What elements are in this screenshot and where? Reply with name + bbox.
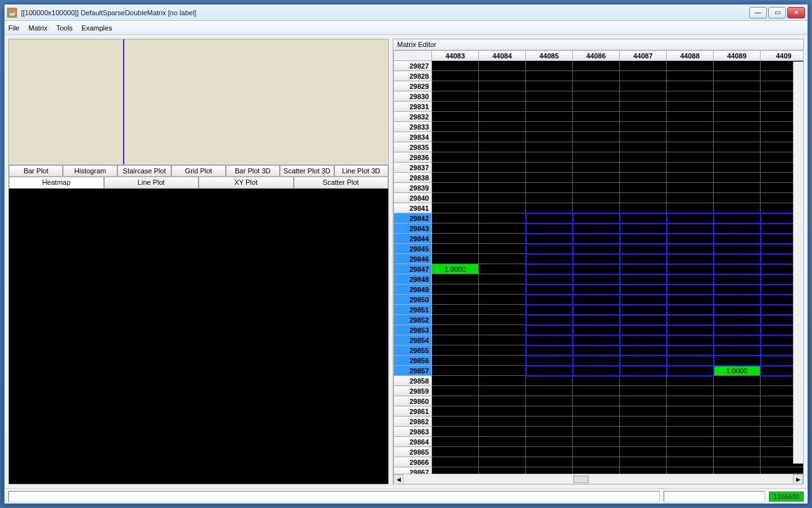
matrix-cell[interactable] <box>573 315 620 325</box>
matrix-cell[interactable] <box>620 183 667 193</box>
matrix-cell[interactable] <box>432 325 479 335</box>
matrix-cell[interactable] <box>526 366 573 376</box>
row-header[interactable]: 29854 <box>394 335 432 345</box>
matrix-cell[interactable] <box>432 224 479 234</box>
matrix-cell[interactable] <box>526 193 573 203</box>
matrix-cell[interactable] <box>526 213 573 224</box>
matrix-cell[interactable] <box>432 335 479 345</box>
matrix-cell[interactable] <box>573 406 620 417</box>
matrix-cell[interactable] <box>479 386 526 396</box>
matrix-cell[interactable] <box>479 315 526 325</box>
matrix-cell[interactable] <box>432 447 479 457</box>
matrix-cell[interactable] <box>479 396 526 406</box>
matrix-cell[interactable] <box>714 295 761 305</box>
matrix-cell[interactable] <box>573 427 620 437</box>
matrix-cell[interactable] <box>432 102 479 112</box>
matrix-cell[interactable] <box>526 427 573 437</box>
matrix-cell[interactable] <box>620 467 667 474</box>
row-header[interactable]: 29849 <box>394 284 432 295</box>
matrix-cell[interactable] <box>526 376 573 386</box>
matrix-cell[interactable] <box>573 325 620 335</box>
row-header[interactable]: 29847 <box>394 264 432 274</box>
row-header[interactable]: 29850 <box>394 295 432 305</box>
matrix-cell[interactable] <box>573 244 620 254</box>
matrix-cell[interactable] <box>620 224 667 234</box>
matrix-cell[interactable] <box>526 203 573 213</box>
matrix-cell[interactable] <box>432 274 479 284</box>
row-header[interactable]: 29863 <box>394 427 432 437</box>
minimize-button[interactable]: — <box>749 7 767 18</box>
matrix-cell[interactable] <box>620 244 667 254</box>
matrix-cell[interactable] <box>714 356 761 366</box>
matrix-cell[interactable] <box>479 213 526 224</box>
matrix-cell[interactable] <box>432 386 479 396</box>
matrix-cell[interactable] <box>573 81 620 91</box>
matrix-cell[interactable] <box>479 81 526 91</box>
matrix-cell[interactable] <box>620 284 667 295</box>
row-header[interactable]: 29866 <box>394 457 432 467</box>
matrix-cell[interactable] <box>526 254 573 264</box>
matrix-cell[interactable] <box>620 417 667 427</box>
scroll-left-arrow[interactable]: ◀ <box>393 474 403 484</box>
matrix-cell[interactable] <box>620 122 667 132</box>
matrix-cell[interactable] <box>526 132 573 142</box>
matrix-cell[interactable] <box>620 396 667 406</box>
horizontal-scrollbar[interactable]: ◀ ▶ <box>393 474 803 484</box>
matrix-cell[interactable] <box>432 457 479 467</box>
matrix-cell[interactable] <box>620 335 667 345</box>
row-header[interactable]: 29838 <box>394 173 432 183</box>
matrix-cell[interactable] <box>667 264 714 274</box>
matrix-cell[interactable] <box>620 193 667 203</box>
matrix-cell[interactable] <box>526 102 573 112</box>
matrix-cell[interactable] <box>573 254 620 264</box>
matrix-cell[interactable] <box>573 274 620 284</box>
matrix-cell[interactable] <box>667 366 714 376</box>
matrix-cell[interactable] <box>479 132 526 142</box>
matrix-cell[interactable] <box>714 417 761 427</box>
matrix-cell[interactable] <box>667 437 714 447</box>
matrix-cell[interactable] <box>526 152 573 163</box>
matrix-cell[interactable] <box>526 437 573 447</box>
matrix-cell[interactable] <box>479 356 526 366</box>
matrix-cell[interactable] <box>432 71 479 81</box>
matrix-cell[interactable] <box>479 406 526 417</box>
matrix-cell[interactable] <box>432 356 479 366</box>
matrix-cell[interactable] <box>714 345 761 356</box>
matrix-cell[interactable] <box>479 142 526 152</box>
matrix-cell[interactable] <box>526 264 573 274</box>
matrix-cell[interactable] <box>667 234 714 244</box>
matrix-cell[interactable] <box>714 244 761 254</box>
matrix-cell[interactable] <box>526 173 573 183</box>
matrix-cell[interactable] <box>573 142 620 152</box>
matrix-cell[interactable] <box>667 406 714 417</box>
matrix-cell[interactable] <box>432 305 479 315</box>
matrix-cell[interactable] <box>620 457 667 467</box>
matrix-cell[interactable] <box>432 345 479 356</box>
row-header[interactable]: 29862 <box>394 417 432 427</box>
matrix-cell[interactable] <box>526 386 573 396</box>
matrix-cell[interactable] <box>526 295 573 305</box>
matrix-cell[interactable] <box>432 467 479 474</box>
matrix-cell[interactable] <box>761 467 804 474</box>
matrix-cell[interactable] <box>620 203 667 213</box>
tab-line-plot-3d[interactable]: Line Plot 3D <box>334 165 388 176</box>
matrix-cell[interactable] <box>620 91 667 102</box>
matrix-cell[interactable] <box>432 427 479 437</box>
matrix-cell[interactable] <box>620 447 667 457</box>
matrix-cell[interactable] <box>620 345 667 356</box>
row-header[interactable]: 29829 <box>394 81 432 91</box>
matrix-cell[interactable] <box>620 427 667 437</box>
matrix-cell[interactable] <box>479 295 526 305</box>
matrix-cell[interactable] <box>479 193 526 203</box>
matrix-cell[interactable] <box>620 325 667 335</box>
matrix-cell[interactable] <box>526 224 573 234</box>
row-header[interactable]: 29853 <box>394 325 432 335</box>
matrix-cell[interactable] <box>667 224 714 234</box>
matrix-cell[interactable] <box>714 152 761 163</box>
matrix-cell[interactable] <box>573 224 620 234</box>
matrix-cell[interactable] <box>573 417 620 427</box>
matrix-cell[interactable] <box>714 112 761 122</box>
row-header[interactable]: 29832 <box>394 112 432 122</box>
row-header[interactable]: 29864 <box>394 437 432 447</box>
matrix-cell[interactable] <box>479 91 526 102</box>
